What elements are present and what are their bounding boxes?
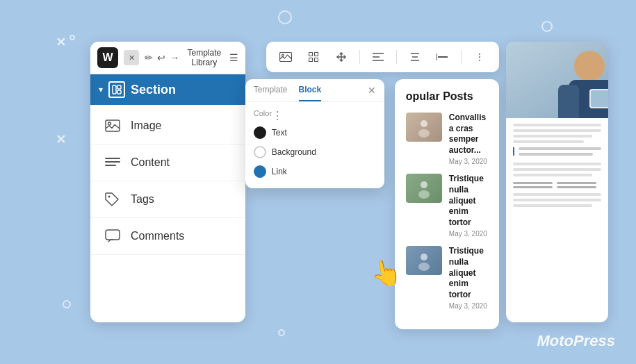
post-thumb-2-img (406, 174, 442, 203)
article-body (506, 118, 608, 215)
toolbar-sep-3 (461, 50, 462, 64)
middle-panel: ⋮ Template Block ✕ Color ⋮ T (252, 42, 499, 322)
svg-point-24 (421, 120, 427, 127)
quote-line-2 (519, 153, 593, 156)
sidebar-item-content[interactable]: Content (90, 144, 245, 181)
svg-point-26 (421, 181, 427, 188)
color-option-link[interactable]: Link (254, 162, 376, 181)
svg-rect-2 (117, 90, 121, 94)
svg-rect-15 (314, 58, 318, 62)
wp-logo: W (97, 47, 118, 68)
sidebar-item-comments[interactable]: Comments (90, 218, 245, 255)
sidebar-item-tags[interactable]: Tags (90, 181, 245, 218)
deco-circle-6 (70, 35, 75, 40)
article-text-4 (513, 140, 584, 143)
toolbar-image-icon[interactable] (276, 47, 295, 67)
post-item-1[interactable]: Convallis a cras semper auctor... May 3,… (406, 113, 488, 165)
deco-circle-1 (278, 10, 292, 24)
article-preview-panel (506, 42, 608, 322)
svg-point-4 (108, 122, 111, 125)
color-option-link-label: Link (272, 167, 287, 176)
deco-x-2: ✕ (56, 132, 66, 147)
hamburger-icon[interactable]: ☰ (229, 52, 238, 63)
article-text-3 (513, 135, 592, 138)
toolbar-align-bar-icon[interactable] (433, 47, 452, 67)
post-title-1: Convallis a cras semper auctor... (449, 113, 488, 156)
svg-point-31 (574, 51, 605, 81)
sidebar-item-image-label: Image (131, 119, 161, 132)
color-panel: Template Block ✕ Color ⋮ Text (245, 79, 384, 188)
toolbar-icons: ✏ ↩ → (145, 52, 179, 63)
article-text-7 (513, 174, 592, 176)
section-chevron-icon: ▾ (99, 85, 103, 94)
deco-circle-2 (541, 21, 553, 32)
color-panel-close[interactable]: ✕ (368, 85, 376, 101)
toolbar-align-left-icon[interactable] (368, 47, 388, 67)
toolbar-align-center-icon[interactable] (405, 47, 425, 67)
block-toolbar: ⋮ (266, 42, 499, 72)
post-info-3: Tristique nulla aliquet enim tortor May … (449, 246, 488, 310)
color-option-text[interactable]: Text (254, 123, 376, 142)
ui-container: W ✕ ✏ ↩ → Template Library ☰ ▾ Section (90, 42, 608, 322)
color-option-background[interactable]: Background (254, 142, 376, 162)
edit-icon: ✏ (145, 52, 153, 63)
article-text-2 (513, 129, 601, 132)
svg-rect-14 (309, 58, 312, 62)
tags-icon (104, 191, 121, 208)
popular-posts-title: opular Posts (406, 90, 488, 103)
tab-block[interactable]: Block (299, 85, 322, 101)
sidebar-item-tags-label: Tags (131, 193, 154, 206)
svg-rect-13 (314, 53, 318, 56)
color-section: Color ⋮ Text Background Link (245, 102, 384, 188)
toolbar-more-icon[interactable]: ⋮ (470, 47, 489, 67)
post-title-3: Tristique nulla aliquet enim tortor (449, 246, 488, 300)
post-info-2: Tristique nulla aliquet enim tortor May … (449, 174, 488, 238)
section-block-icon (108, 81, 125, 98)
color-option-background-label: Background (272, 147, 316, 157)
color-section-title: Color (254, 109, 272, 117)
article-text-1 (513, 124, 601, 126)
post-thumb-1 (406, 113, 442, 142)
undo-icon[interactable]: ↩ (157, 52, 165, 63)
color-swatch-text (254, 126, 266, 139)
post-info-1: Convallis a cras semper auctor... May 3,… (449, 113, 488, 165)
article-hero-image (506, 42, 608, 118)
close-button[interactable]: ✕ (124, 50, 139, 65)
color-swatch-link (254, 165, 266, 178)
tab-template[interactable]: Template (254, 85, 288, 101)
deco-circle-4 (63, 300, 71, 308)
deco-x-1: ✕ (56, 35, 66, 50)
popular-posts-panel: opular Posts Convallis a cras semper auc… (395, 79, 499, 329)
toolbar-grid-icon[interactable] (304, 47, 323, 67)
article-text-10 (513, 204, 592, 207)
redo-icon[interactable]: → (170, 52, 179, 63)
svg-rect-3 (106, 120, 120, 131)
article-text-9 (513, 199, 601, 201)
article-text-5 (513, 163, 601, 165)
svg-rect-1 (117, 85, 121, 89)
post-item-2[interactable]: Tristique nulla aliquet enim tortor May … (406, 174, 488, 238)
motopress-brand: MotoPress (537, 332, 615, 350)
sidebar-item-image[interactable]: Image (90, 108, 245, 144)
color-option-text-label: Text (272, 128, 287, 138)
post-thumb-1-img (406, 113, 442, 142)
post-date-1: May 3, 2020 (449, 158, 488, 165)
sidebar-item-comments-label: Comments (131, 230, 184, 242)
svg-rect-9 (106, 230, 120, 240)
content-icon (104, 154, 121, 171)
article-text-6 (513, 168, 601, 171)
svg-rect-12 (309, 53, 312, 56)
color-panel-tabs: Template Block ✕ (245, 79, 384, 102)
section-bar: ▾ Section (90, 74, 245, 105)
post-item-3[interactable]: Tristique nulla aliquet enim tortor May … (406, 246, 488, 310)
post-thumb-2 (406, 174, 442, 203)
toolbar-arrows-icon[interactable] (332, 47, 351, 67)
svg-rect-0 (113, 85, 116, 94)
color-section-more-icon[interactable]: ⋮ (272, 110, 283, 122)
svg-point-25 (418, 129, 430, 138)
post-title-2: Tristique nulla aliquet enim tortor (449, 174, 488, 228)
quote-line-1 (519, 147, 601, 150)
article-quote (513, 147, 601, 156)
wp-editor-panel: W ✕ ✏ ↩ → Template Library ☰ ▾ Section (90, 42, 245, 322)
svg-point-27 (418, 190, 430, 199)
